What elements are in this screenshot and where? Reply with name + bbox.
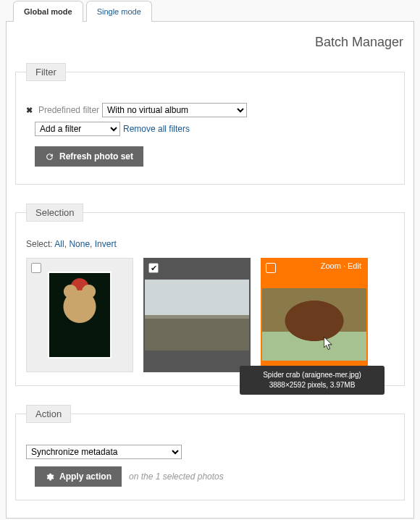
select-label: Select:: [26, 239, 53, 249]
tooltip-filename: Spider crab (araignee-mer.jpg): [245, 370, 379, 380]
thumbnail-item[interactable]: [26, 258, 133, 372]
thumbnail-actions: Zoom · Edit: [321, 261, 361, 270]
thumbnail-grid: Zoom · Edit Spider crab (araignee-mer.jp…: [26, 258, 394, 372]
thumbnail-item[interactable]: Zoom · Edit Spider crab (araignee-mer.jp…: [261, 258, 368, 372]
action-legend: Action: [26, 405, 71, 423]
main-panel: Batch Manager Filter ✖ Predefined filter…: [6, 21, 414, 519]
selection-fieldset: Selection Select: All, None, Invert Zoom: [15, 204, 405, 386]
edit-link[interactable]: Edit: [348, 261, 361, 270]
action-fieldset: Action Synchronize metadata Apply action…: [15, 405, 405, 500]
select-none-link[interactable]: None: [69, 239, 90, 249]
tooltip-details: 3888×2592 pixels, 3.97MB: [245, 380, 379, 390]
refresh-icon: [45, 152, 54, 162]
add-filter-select[interactable]: Add a filter: [35, 122, 120, 136]
select-all-link[interactable]: All: [54, 239, 64, 249]
filter-legend: Filter: [26, 63, 66, 81]
thumbnail-checkbox[interactable]: [31, 263, 41, 273]
filter-fieldset: Filter ✖ Predefined filter With no virtu…: [15, 63, 405, 185]
thumbnail-tooltip: Spider crab (araignee-mer.jpg) 3888×2592…: [240, 366, 385, 395]
select-links-row: Select: All, None, Invert: [26, 239, 394, 249]
tab-single-mode[interactable]: Single mode: [86, 1, 152, 22]
thumbnail-checkbox[interactable]: [148, 263, 159, 273]
select-invert-link[interactable]: Invert: [95, 239, 117, 249]
action-select[interactable]: Synchronize metadata: [26, 445, 182, 459]
zoom-link[interactable]: Zoom: [321, 261, 341, 270]
tab-global-mode[interactable]: Global mode: [13, 1, 83, 22]
mode-tabs: Global mode Single mode: [0, 0, 420, 21]
gear-icon: [45, 472, 54, 482]
apply-note: on the 1 selected photos: [129, 471, 224, 482]
page-title: Batch Manager: [15, 35, 403, 50]
refresh-photo-set-button[interactable]: Refresh photo set: [35, 146, 143, 167]
apply-button-label: Apply action: [59, 471, 112, 482]
remove-all-filters-link[interactable]: Remove all filters: [123, 124, 190, 134]
thumbnail-item[interactable]: [143, 258, 251, 372]
refresh-button-label: Refresh photo set: [59, 151, 133, 162]
thumbnail-image: [262, 288, 366, 361]
predefined-filter-label: Predefined filter: [38, 105, 99, 115]
thumbnail-checkbox[interactable]: [266, 263, 276, 273]
thumbnail-image: [48, 272, 112, 358]
apply-action-button[interactable]: Apply action: [35, 466, 122, 487]
thumbnail-image: [145, 280, 249, 351]
predefined-filter-select[interactable]: With no virtual album: [102, 103, 247, 117]
selection-legend: Selection: [26, 204, 83, 222]
remove-filter-icon[interactable]: ✖: [26, 106, 33, 115]
